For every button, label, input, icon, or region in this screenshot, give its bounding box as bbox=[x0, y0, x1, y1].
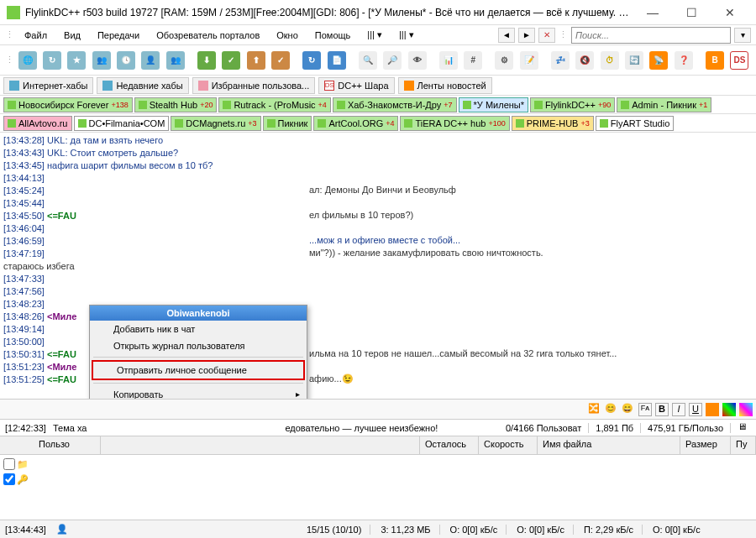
bold-icon[interactable]: B bbox=[655, 403, 669, 416]
underline-icon[interactable]: U bbox=[689, 403, 702, 416]
tb-search-icon[interactable]: 🔍 bbox=[356, 49, 379, 72]
menu-file[interactable]: Файл bbox=[18, 29, 54, 42]
th-size[interactable]: Размер bbox=[680, 436, 731, 454]
tb-rss-icon[interactable]: 📡 bbox=[648, 49, 670, 72]
tb-b1-icon[interactable]: ❓ bbox=[672, 49, 695, 72]
italic-icon[interactable]: I bbox=[672, 403, 685, 416]
color3-icon[interactable] bbox=[739, 403, 753, 416]
context-menu-item[interactable]: Копировать bbox=[90, 386, 307, 400]
th-user[interactable]: Пользо bbox=[34, 436, 101, 454]
tab-news[interactable]: Ленты новостей bbox=[398, 77, 492, 94]
hub-tab[interactable]: Пикник bbox=[263, 116, 312, 131]
monitor-icon[interactable]: 🖥 bbox=[738, 421, 751, 435]
tb-net-icon[interactable]: 📊 bbox=[437, 49, 459, 72]
font-icon[interactable]: Fᴀ bbox=[638, 403, 652, 416]
tb-fav-icon[interactable]: ★ bbox=[66, 49, 88, 72]
hub-tab[interactable]: Хаб-Знакомств-И-Дру+7 bbox=[333, 97, 457, 112]
tb-hubs-icon[interactable]: 🌐 bbox=[16, 49, 39, 72]
hub-tab[interactable]: PRIME-HUB+3 bbox=[512, 116, 594, 131]
filter-checkbox-1[interactable] bbox=[3, 458, 15, 470]
menu-grip: ⋮ bbox=[5, 29, 14, 40]
hub-tab[interactable]: ArtCool.ORG+4 bbox=[313, 116, 398, 131]
switch-icon[interactable]: 🔀 bbox=[588, 403, 601, 416]
tb-spy-icon[interactable]: 👁 bbox=[406, 49, 428, 72]
search-input[interactable] bbox=[571, 27, 731, 44]
hub-tab[interactable]: Admin - Пикник+1 bbox=[617, 97, 711, 112]
emoji-icon[interactable]: 😊 bbox=[605, 403, 618, 416]
user-icon bbox=[198, 81, 208, 91]
tab-internet-hubs[interactable]: Интернет-хабы bbox=[3, 77, 93, 94]
tb-users-icon[interactable]: 👥 bbox=[90, 49, 113, 72]
hub-tab[interactable]: TiERA DC++ hub+100 bbox=[400, 116, 509, 131]
tb-updates-icon[interactable]: 🔄 bbox=[622, 49, 645, 72]
color2-icon[interactable] bbox=[722, 403, 736, 416]
smile2-icon[interactable]: 😄 bbox=[622, 403, 635, 416]
tb-settings-icon[interactable]: ⚙ bbox=[493, 49, 516, 72]
menu-portals[interactable]: Обозреватель порталов bbox=[150, 29, 266, 42]
filter-checkbox-2[interactable] bbox=[3, 473, 15, 485]
th-filename[interactable]: Имя файла bbox=[538, 436, 680, 454]
nav-close-button[interactable]: ✕ bbox=[538, 28, 555, 43]
hub-tab[interactable]: FlyART Studio bbox=[596, 116, 675, 131]
folder-icon: 📁 bbox=[17, 459, 29, 470]
context-menu-item[interactable]: Отправить личное сообщение bbox=[93, 362, 303, 379]
menu-help[interactable]: Помощь bbox=[308, 29, 358, 42]
tb-a-icon[interactable]: 👥 bbox=[164, 49, 186, 72]
hub-tab[interactable]: Rutrack - (ProMusic+4 bbox=[218, 97, 330, 112]
tb-filelist-icon[interactable]: 📄 bbox=[325, 49, 348, 72]
context-menu-item[interactable]: Добавить ник в чат bbox=[90, 321, 307, 337]
clock-icon bbox=[102, 81, 113, 91]
context-menu-item[interactable]: Открыть журнал пользователя bbox=[90, 337, 307, 354]
chat-line: стараюсь избега bbox=[3, 260, 753, 273]
menu-extra2[interactable]: ||| ▾ bbox=[392, 28, 421, 42]
chat-line: [13:43:43] UKL: Стоит смотреть дальше? bbox=[3, 147, 753, 159]
tb-limit-icon[interactable]: ⏱ bbox=[598, 49, 621, 72]
minimize-button[interactable]: — bbox=[633, 0, 672, 25]
menubar: ⋮ Файл Вид Передачи Обозреватель портало… bbox=[0, 25, 756, 45]
tab-recent-hubs[interactable]: Недавние хабы bbox=[97, 77, 188, 94]
color1-icon[interactable] bbox=[706, 403, 719, 416]
tab-dc-share[interactable]: DSDC++ Шара bbox=[318, 77, 394, 94]
tb-download-icon[interactable]: ⬇ bbox=[195, 49, 218, 72]
nav-fwd-button[interactable]: ► bbox=[518, 28, 535, 43]
tb-away-icon[interactable]: 💤 bbox=[549, 49, 571, 72]
hub-tab[interactable]: *У Милены* bbox=[459, 97, 528, 112]
tb-refresh-icon[interactable]: ↻ bbox=[301, 49, 323, 72]
chat-line: [13:47:56] bbox=[3, 285, 753, 298]
th-speed[interactable]: Скорость bbox=[479, 436, 538, 454]
hub-tab[interactable]: DCMagnets.ru+3 bbox=[171, 116, 260, 131]
tab-fav-users[interactable]: Избранные пользова... bbox=[192, 77, 316, 94]
nav-back-button[interactable]: ◄ bbox=[498, 28, 515, 43]
chat-fragment: ми"?)) - желание закамуфлировать свою ни… bbox=[309, 248, 543, 258]
tb-notepad-icon[interactable]: 📝 bbox=[517, 49, 540, 72]
chat-fragment: ильма на 10 теров не нашел...самый весом… bbox=[309, 348, 617, 358]
hub-tab[interactable]: Stealth Hub+20 bbox=[134, 97, 218, 112]
hub-tab[interactable]: FlylinkDC+++90 bbox=[530, 97, 615, 112]
maximize-button[interactable]: ☐ bbox=[672, 0, 711, 25]
hub-tab[interactable]: DC•Filmania•COM bbox=[74, 116, 170, 131]
tb-blog-icon[interactable]: B bbox=[703, 49, 726, 72]
tb-finished-dl-icon[interactable]: ✓ bbox=[220, 49, 243, 72]
tb-upload-icon[interactable]: ⬆ bbox=[244, 49, 267, 72]
search-dropdown-button[interactable]: ▾ bbox=[734, 28, 751, 43]
tb-recents-icon[interactable]: 🕓 bbox=[114, 49, 137, 72]
menu-view[interactable]: Вид bbox=[57, 29, 87, 42]
menu-transfers[interactable]: Передачи bbox=[91, 29, 146, 42]
tb-hash-icon[interactable]: # bbox=[462, 49, 485, 72]
th-path[interactable]: Пу bbox=[731, 436, 756, 454]
tb-favusers-icon[interactable]: 👤 bbox=[139, 49, 162, 72]
footer-icon: 👤 bbox=[56, 524, 68, 535]
close-button[interactable]: ✕ bbox=[711, 0, 749, 25]
titlebar: FlylinkDC++ r503 build 19727 [RAM: 159M … bbox=[0, 0, 756, 25]
tb-reconnect-icon[interactable]: ↻ bbox=[40, 49, 63, 72]
th-remaining[interactable]: Осталось bbox=[420, 436, 479, 454]
menu-window[interactable]: Окно bbox=[270, 29, 305, 42]
tb-ds-icon[interactable]: DS bbox=[728, 49, 751, 72]
chat-line: [13:46:04] bbox=[3, 222, 753, 235]
hub-tab[interactable]: AllAvtovo.ru bbox=[3, 116, 72, 131]
menu-extra1[interactable]: ||| ▾ bbox=[360, 28, 389, 42]
tb-finished-ul-icon[interactable]: ✓ bbox=[269, 49, 291, 72]
hub-tab[interactable]: Новосибирск Forever+138 bbox=[3, 97, 133, 112]
tb-adl-icon[interactable]: 🔎 bbox=[381, 49, 404, 72]
tb-sounds-icon[interactable]: 🔇 bbox=[574, 49, 596, 72]
